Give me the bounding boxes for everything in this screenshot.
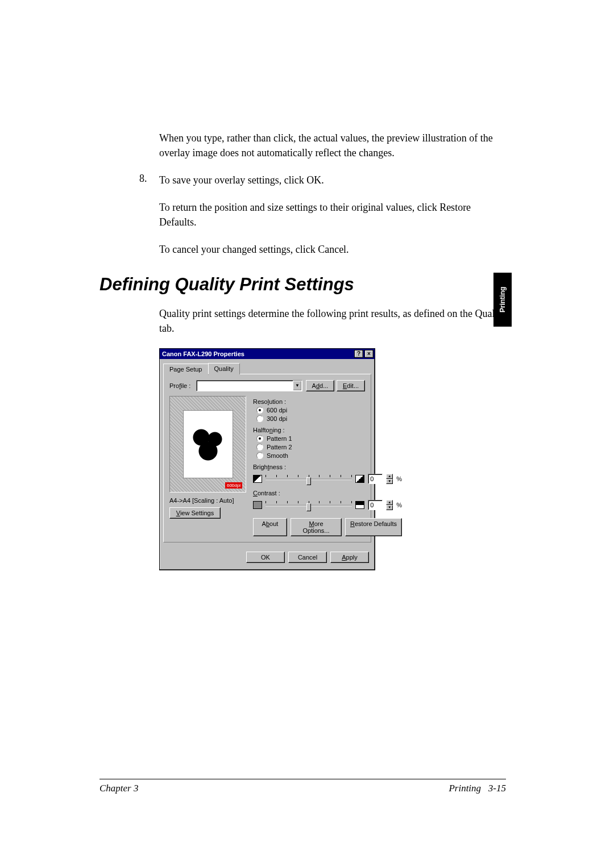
step-8-note-a: To return the position and size settings…: [159, 200, 506, 229]
edit-button[interactable]: Edit...: [337, 380, 365, 391]
brightness-value[interactable]: 0: [368, 474, 383, 484]
contrast-label: Contrast :: [253, 490, 402, 496]
view-settings-button[interactable]: View Settings: [169, 507, 221, 519]
resolution-label: Resolution :: [253, 398, 402, 405]
tab-page-setup[interactable]: Page Setup: [163, 364, 209, 375]
contrast-value[interactable]: 0: [368, 500, 383, 510]
brightness-slider[interactable]: [265, 475, 352, 483]
cancel-button[interactable]: Cancel: [288, 552, 327, 563]
restore-defaults-button[interactable]: Restore Defaults: [345, 518, 402, 536]
add-button[interactable]: Add...: [306, 380, 334, 391]
contrast-unit: %: [396, 502, 402, 508]
preview-artwork: [191, 427, 225, 461]
preview-box: 600dpi: [169, 396, 246, 493]
radio-pattern2[interactable]: Pattern 2: [256, 444, 402, 450]
about-button[interactable]: About: [253, 518, 287, 536]
dialog-titlebar: Canon FAX-L290 Properties ? ×: [160, 349, 375, 359]
brightness-light-icon: [355, 475, 364, 483]
radio-smooth[interactable]: Smooth: [256, 452, 402, 459]
brightness-label: Brightness :: [253, 464, 402, 470]
side-tab-printing: Printing: [493, 273, 512, 327]
page-footer: Chapter 3 Printing 3-15: [99, 779, 506, 794]
contrast-spinner[interactable]: ▲▼: [386, 500, 393, 510]
chevron-down-icon[interactable]: ▼: [293, 381, 302, 391]
paragraph-preview-note: When you type, rather than click, the ac…: [159, 131, 506, 160]
brightness-dark-icon: [253, 475, 262, 483]
step-8-note-b: To cancel your changed settings, click C…: [159, 242, 506, 257]
brightness-spinner[interactable]: ▲▼: [386, 474, 393, 484]
scaling-label: A4->A4 [Scaling : Auto]: [169, 497, 246, 504]
profile-label: Profile :: [169, 382, 190, 389]
ok-button[interactable]: OK: [246, 552, 285, 563]
preview-page: [183, 410, 233, 478]
radio-300dpi[interactable]: 300 dpi: [256, 415, 402, 422]
close-button[interactable]: ×: [364, 350, 374, 358]
footer-chapter: Chapter 3: [99, 783, 138, 794]
section-heading: Defining Quality Print Settings: [99, 274, 506, 295]
step-number-8: 8.: [139, 173, 159, 187]
contrast-high-icon: [355, 501, 364, 509]
footer-page: Printing 3-15: [449, 783, 506, 794]
contrast-slider[interactable]: [265, 501, 352, 509]
help-button[interactable]: ?: [354, 350, 363, 358]
step-8-text: To save your overlay settings, click OK.: [159, 173, 324, 187]
dialog-title: Canon FAX-L290 Properties: [162, 350, 353, 357]
radio-pattern1[interactable]: Pattern 1: [256, 435, 402, 442]
properties-dialog: Canon FAX-L290 Properties ? × Page Setup…: [159, 348, 375, 570]
dpi-badge: 600dpi: [225, 482, 242, 489]
quality-tab-panel: Profile : ▼ Add... Edit... 60: [163, 374, 371, 542]
halftoning-label: Halftoning :: [253, 427, 402, 433]
contrast-low-icon: [253, 501, 262, 509]
tab-quality[interactable]: Quality: [208, 363, 240, 374]
brightness-unit: %: [396, 475, 402, 482]
intro-paragraph: Quality print settings determine the fol…: [159, 306, 506, 336]
apply-button[interactable]: Apply: [330, 552, 369, 563]
more-options-button[interactable]: More Options...: [291, 518, 342, 536]
radio-600dpi[interactable]: 600 dpi: [256, 407, 402, 414]
profile-dropdown[interactable]: ▼: [196, 380, 302, 391]
